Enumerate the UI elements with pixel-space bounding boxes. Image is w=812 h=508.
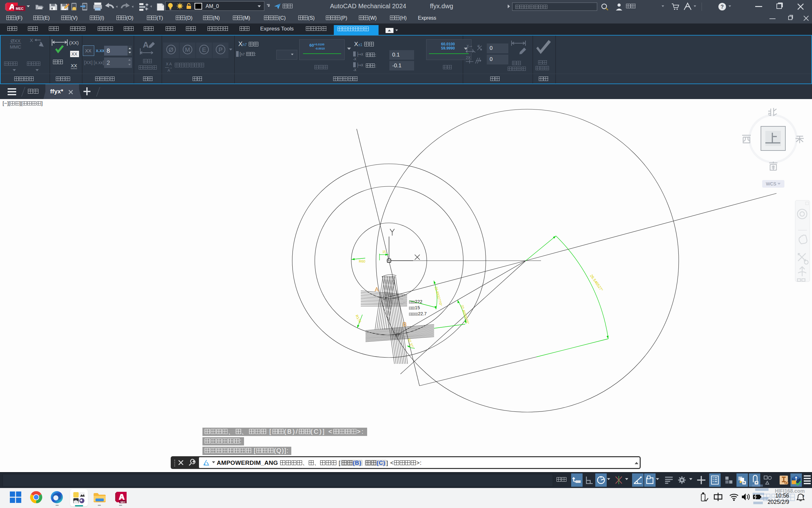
- svg-text:15: 15: [382, 250, 386, 254]
- svg-text:z: z: [803, 494, 804, 498]
- svg-text:22.8932770°: 22.8932770°: [434, 286, 443, 306]
- svg-text:MEC: MEC: [121, 501, 126, 503]
- svg-text:A: A: [143, 40, 149, 49]
- svg-text:?: ?: [721, 4, 724, 9]
- svg-text:R60: R60: [359, 259, 365, 263]
- svg-text:X⇀: X⇀: [467, 44, 472, 49]
- svg-text:2X: 2X: [466, 55, 471, 60]
- svg-text:26.546527°: 26.546527°: [589, 274, 604, 292]
- svg-text:92.37°: 92.37°: [407, 338, 415, 349]
- svg-text:MEC: MEC: [16, 7, 24, 10]
- svg-text:X: X: [30, 38, 33, 43]
